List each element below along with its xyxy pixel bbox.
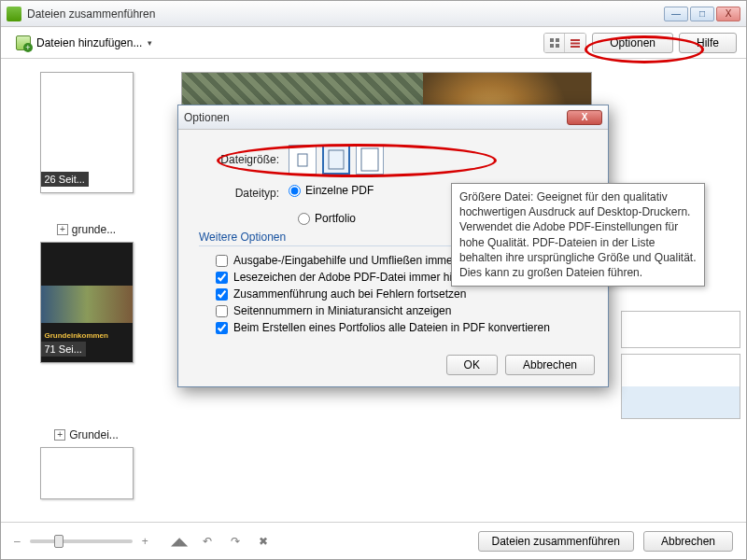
undo-icon[interactable]: ↶ bbox=[199, 534, 216, 549]
slider-handle[interactable] bbox=[54, 535, 63, 548]
window-title: Dateien zusammenführen bbox=[27, 7, 155, 21]
filesize-small-button[interactable] bbox=[289, 145, 317, 175]
title-bar: Dateien zusammenführen — □ X bbox=[1, 1, 746, 27]
filetype-label: Dateityp: bbox=[195, 187, 289, 200]
expand-icon[interactable]: + bbox=[54, 429, 65, 441]
filesize-options bbox=[289, 145, 384, 175]
app-icon bbox=[7, 7, 21, 21]
svg-rect-7 bbox=[298, 154, 307, 166]
options-button[interactable]: Optionen bbox=[592, 33, 673, 53]
dialog-ok-button[interactable]: OK bbox=[446, 355, 498, 375]
filesize-label: Dateigröße: bbox=[195, 153, 289, 166]
page-count-badge: 71 Sei... bbox=[41, 342, 86, 357]
footer: – + ◢◣ ↶ ↷ ✖ Dateien zusammenführen Abbr… bbox=[1, 522, 746, 559]
dialog-title-bar: Optionen X bbox=[178, 105, 608, 130]
file-thumb[interactable]: + Grundei... bbox=[14, 423, 159, 499]
redo-icon[interactable]: ↷ bbox=[227, 534, 244, 549]
remove-icon[interactable]: ✖ bbox=[255, 534, 272, 549]
svg-rect-9 bbox=[361, 148, 378, 171]
maximize-button[interactable]: □ bbox=[690, 7, 714, 21]
file-thumb[interactable]: 26 Seit... bbox=[14, 72, 159, 199]
tooltip: Größere Datei: Geeignet für den qualitat… bbox=[451, 183, 705, 287]
add-file-icon bbox=[16, 35, 31, 50]
filesize-medium-button[interactable] bbox=[322, 145, 350, 175]
zoom-in-icon[interactable]: + bbox=[142, 535, 148, 548]
page-count-badge: 26 Seit... bbox=[41, 172, 89, 187]
checkbox-continue-errors[interactable]: Zusammenführung auch bei Fehlern fortset… bbox=[216, 287, 591, 301]
svg-rect-4 bbox=[571, 39, 580, 41]
checkbox-convert-portfolio[interactable]: Beim Erstellen eines Portfolios alle Dat… bbox=[216, 321, 591, 334]
svg-rect-5 bbox=[571, 42, 580, 44]
side-thumbs bbox=[621, 311, 740, 419]
mini-thumb[interactable] bbox=[621, 354, 740, 419]
checkbox-page-numbers[interactable]: Seitennummern in Miniaturansicht anzeige… bbox=[216, 304, 591, 317]
cancel-button[interactable]: Abbrechen bbox=[643, 531, 733, 552]
dialog-title: Optionen bbox=[184, 111, 230, 124]
thumb-caption: Grundei... bbox=[69, 428, 119, 441]
svg-rect-2 bbox=[550, 44, 554, 48]
zoom-out-icon[interactable]: – bbox=[14, 535, 21, 548]
filesize-large-button[interactable] bbox=[356, 145, 384, 175]
svg-rect-0 bbox=[550, 38, 554, 42]
svg-rect-1 bbox=[556, 38, 559, 42]
toolbar: Dateien hinzufügen... ▾ Optionen Hilfe bbox=[1, 27, 746, 59]
expand-icon[interactable]: + bbox=[57, 224, 68, 235]
dialog-close-button[interactable]: X bbox=[567, 110, 602, 125]
mini-thumb[interactable] bbox=[621, 311, 740, 348]
window-controls: — □ X bbox=[664, 7, 740, 21]
dialog-cancel-button[interactable]: Abbrechen bbox=[505, 355, 595, 375]
close-button[interactable]: X bbox=[716, 7, 740, 21]
svg-rect-6 bbox=[571, 46, 580, 48]
svg-rect-3 bbox=[556, 44, 559, 48]
add-files-label: Dateien hinzufügen... bbox=[36, 36, 142, 49]
add-files-button[interactable]: Dateien hinzufügen... ▾ bbox=[10, 34, 158, 52]
minimize-button[interactable]: — bbox=[664, 7, 688, 21]
view-list-button[interactable] bbox=[565, 34, 585, 52]
merge-files-button[interactable]: Dateien zusammenführen bbox=[478, 531, 634, 552]
dropdown-icon: ▾ bbox=[148, 38, 152, 48]
help-button[interactable]: Hilfe bbox=[679, 33, 737, 53]
view-mode-buttons bbox=[543, 33, 586, 53]
thumb-caption: grunde... bbox=[72, 223, 116, 236]
zoom-slider[interactable] bbox=[30, 539, 133, 543]
svg-rect-8 bbox=[329, 150, 344, 169]
file-thumb[interactable]: + grunde... Grundeinkommen 71 Sei... bbox=[14, 217, 159, 363]
sort-icon[interactable]: ◢◣ bbox=[171, 534, 188, 549]
view-grid-button[interactable] bbox=[544, 34, 565, 52]
filetype-single-radio[interactable]: Einzelne PDF bbox=[289, 184, 374, 197]
